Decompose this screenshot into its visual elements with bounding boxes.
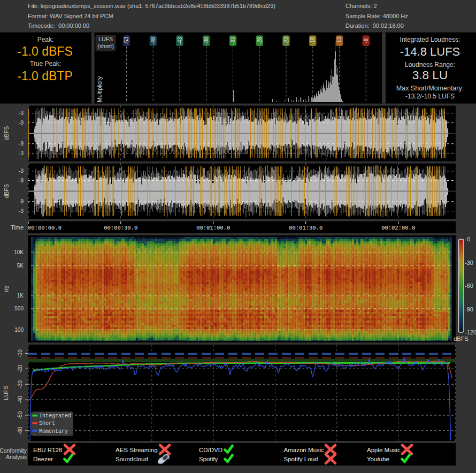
svg-text:Max Short/Momentary:: Max Short/Momentary: (396, 85, 464, 92)
svg-text:dBFS: dBFS (3, 126, 10, 140)
svg-text:-43: -43 (177, 37, 183, 45)
svg-text:-0: -0 (465, 236, 470, 242)
svg-text:-9: -9 (19, 141, 24, 147)
svg-text:100: 100 (14, 327, 24, 333)
svg-text:00:01:00.0: 00:01:00.0 (196, 225, 230, 231)
svg-text:-40: -40 (17, 395, 23, 403)
svg-text:-1.0 dBTP: -1.0 dBTP (17, 69, 73, 83)
svg-text:Soundcloud: Soundcloud (116, 456, 148, 462)
svg-text:Momentary: Momentary (39, 429, 68, 434)
svg-text:00:00:00.0: 00:00:00.0 (28, 225, 62, 231)
svg-text:Duration: 00:02:18:00: Duration: 00:02:18:00 (346, 22, 404, 29)
svg-text:Spotify: Spotify (199, 456, 218, 462)
svg-text:-90: -90 (465, 306, 473, 312)
svg-text:Apple Music: Apple Music (367, 447, 401, 453)
svg-text:LUFS: LUFS (3, 386, 9, 400)
svg-text:Multiplicity: Multiplicity (96, 76, 103, 102)
svg-text:-3: -3 (19, 168, 24, 174)
svg-text:-3: -3 (19, 110, 24, 116)
svg-text:LUFS: LUFS (98, 36, 113, 42)
svg-text:Channels: 2: Channels: 2 (346, 3, 377, 9)
svg-text:Integrated Loudness:: Integrated Loudness: (400, 36, 460, 43)
svg-text:Sample Rate: 48000 Hz: Sample Rate: 48000 Hz (346, 13, 408, 19)
svg-text:-18: -18 (310, 37, 316, 45)
svg-text:-30: -30 (465, 260, 473, 266)
svg-text:-60: -60 (17, 426, 23, 434)
svg-text:Integrated: Integrated (39, 413, 71, 419)
svg-text:-3: -3 (19, 208, 24, 214)
svg-text:File: lepogoadeuxtemps_session: File: lepogoadeuxtemps_session.wav (sha1… (28, 3, 275, 9)
svg-text:-60: -60 (465, 283, 473, 289)
svg-text:Deezer: Deezer (33, 456, 53, 462)
svg-text:Spotify Loud: Spotify Loud (284, 456, 318, 462)
svg-text:dBFS: dBFS (3, 184, 10, 198)
svg-text:-23: -23 (283, 37, 289, 45)
svg-text:1K: 1K (17, 293, 24, 299)
svg-text:Short: Short (39, 421, 55, 426)
svg-text:Loudness Range:: Loudness Range: (405, 61, 455, 68)
svg-text:CD/DVD: CD/DVD (199, 447, 222, 453)
svg-text:-120: -120 (465, 329, 476, 335)
svg-text:00:00:30.0: 00:00:30.0 (104, 225, 137, 231)
svg-text:-9: -9 (19, 178, 24, 184)
svg-text:-30: -30 (17, 380, 23, 388)
svg-text:Hz: Hz (3, 286, 10, 293)
svg-text:-1.0 dBFS: -1.0 dBFS (17, 44, 73, 58)
svg-text:-9: -9 (19, 199, 24, 204)
svg-text:-48: -48 (150, 37, 156, 45)
svg-text:00:01:30.0: 00:01:30.0 (289, 225, 323, 231)
svg-text:-53: -53 (124, 37, 129, 45)
svg-text:3.8 LU: 3.8 LU (412, 68, 448, 82)
svg-text:-13: -13 (336, 37, 342, 45)
svg-text:Amazon Music: Amazon Music (284, 447, 325, 453)
svg-text:00:02:00.0: 00:02:00.0 (381, 225, 415, 231)
svg-text:True Peak:: True Peak: (30, 60, 61, 67)
svg-text:5K: 5K (17, 263, 24, 269)
svg-text:Time: Time (11, 224, 24, 231)
svg-text:10K: 10K (14, 249, 24, 255)
svg-text:500: 500 (14, 306, 24, 311)
svg-text:Analysis: Analysis (6, 454, 27, 460)
svg-text:-8: -8 (363, 38, 369, 43)
svg-text:Youtube: Youtube (367, 456, 389, 462)
svg-text:AES Streaming: AES Streaming (116, 447, 158, 453)
svg-text:Format: WAV Signed 24 bit PCM: Format: WAV Signed 24 bit PCM (28, 13, 113, 19)
svg-text:-14.8 LUFS: -14.8 LUFS (400, 45, 460, 58)
svg-text:-38: -38 (203, 37, 209, 45)
svg-text:-33: -33 (230, 37, 236, 45)
svg-text:-10: -10 (17, 349, 23, 357)
svg-text:-50: -50 (17, 411, 23, 419)
svg-text:dBFS: dBFS (454, 335, 469, 342)
svg-text:EBU R128: EBU R128 (33, 447, 62, 453)
svg-text:-28: -28 (257, 37, 263, 45)
svg-text:-13.2/-10.5 LUFS: -13.2/-10.5 LUFS (405, 93, 455, 100)
svg-text:(short): (short) (97, 43, 113, 49)
svg-text:Peak:: Peak: (37, 36, 54, 43)
svg-text:-20: -20 (17, 365, 23, 373)
svg-text:-3: -3 (19, 150, 24, 156)
svg-text:Timecode: 00:00:00:00: Timecode: 00:00:00:00 (28, 22, 89, 29)
svg-text:Conformity: Conformity (0, 447, 27, 454)
svg-text:-9: -9 (19, 120, 24, 126)
